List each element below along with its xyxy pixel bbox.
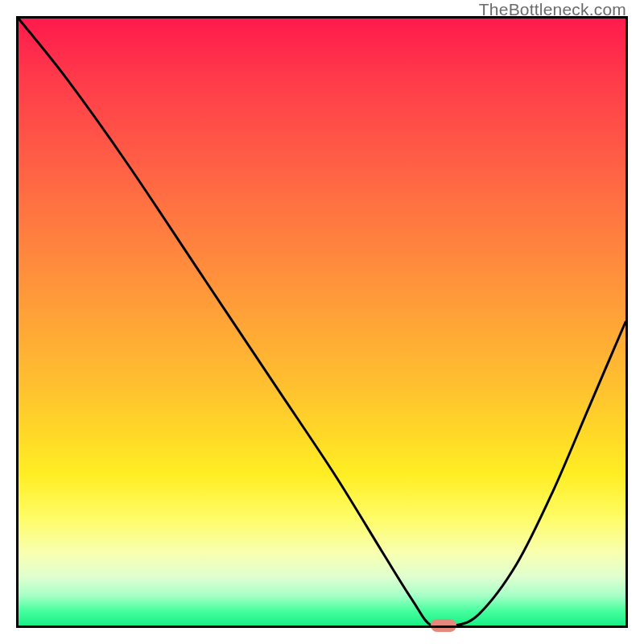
plot-area [16,16,628,628]
watermark-text: TheBottleneck.com [479,0,626,19]
chart-container: TheBottleneck.com [0,0,644,644]
bottleneck-curve [16,16,628,628]
optimal-marker [431,619,456,632]
curve-path [19,19,625,628]
